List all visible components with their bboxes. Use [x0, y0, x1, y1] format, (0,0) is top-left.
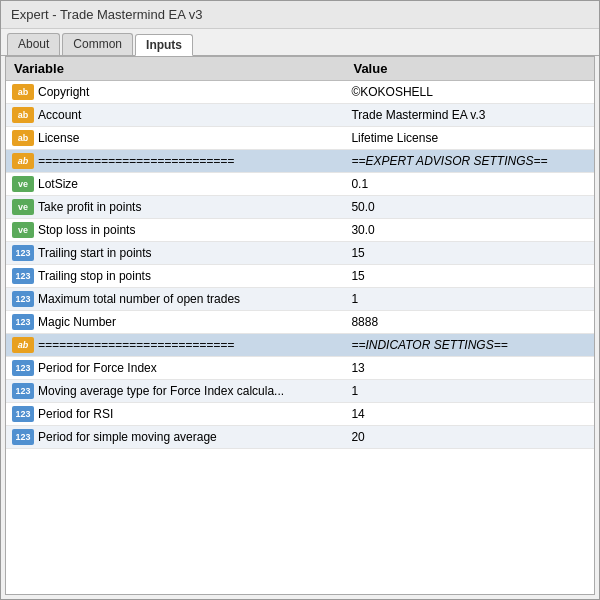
type-badge: ab	[12, 337, 34, 353]
column-header-variable: Variable	[6, 57, 345, 81]
type-badge: 123	[12, 383, 34, 399]
variable-name: Take profit in points	[38, 200, 141, 214]
variable-name: Trailing stop in points	[38, 269, 151, 283]
type-badge: 123	[12, 429, 34, 445]
table-row: 123Period for RSI14	[6, 403, 594, 426]
type-badge: 123	[12, 291, 34, 307]
table-row: abLicenseLifetime License	[6, 127, 594, 150]
variable-cell: abCopyright	[6, 81, 345, 104]
table-row: 123Magic Number8888	[6, 311, 594, 334]
variable-cell: 123Period for Force Index	[6, 357, 345, 380]
table-row: veStop loss in points30.0	[6, 219, 594, 242]
value-cell[interactable]: Lifetime License	[345, 127, 594, 150]
type-badge: 123	[12, 406, 34, 422]
variable-cell: ab============================	[6, 334, 345, 357]
value-cell[interactable]: Trade Mastermind EA v.3	[345, 104, 594, 127]
content-area: Variable Value abCopyright©KOKOSHELLabAc…	[5, 56, 595, 595]
variable-name: License	[38, 131, 79, 145]
variable-cell: 123Trailing stop in points	[6, 265, 345, 288]
table-row: veTake profit in points50.0	[6, 196, 594, 219]
type-badge: ab	[12, 130, 34, 146]
value-cell[interactable]: 8888	[345, 311, 594, 334]
inputs-table: Variable Value abCopyright©KOKOSHELLabAc…	[6, 57, 594, 449]
table-row: ab==============================EXPERT A…	[6, 150, 594, 173]
table-row: 123Maximum total number of open trades1	[6, 288, 594, 311]
variable-cell: veStop loss in points	[6, 219, 345, 242]
variable-name: Trailing start in points	[38, 246, 152, 260]
type-badge: ab	[12, 153, 34, 169]
value-cell[interactable]: ==INDICATOR SETTINGS==	[345, 334, 594, 357]
type-badge: ve	[12, 176, 34, 192]
value-cell[interactable]: ©KOKOSHELL	[345, 81, 594, 104]
variable-cell: 123Moving average type for Force Index c…	[6, 380, 345, 403]
variable-cell: abLicense	[6, 127, 345, 150]
table-row: ab==============================INDICATO…	[6, 334, 594, 357]
table-row: abCopyright©KOKOSHELL	[6, 81, 594, 104]
type-badge: 123	[12, 314, 34, 330]
variable-name: Period for simple moving average	[38, 430, 217, 444]
tab-bar: AboutCommonInputs	[1, 29, 599, 56]
table-row: 123Trailing start in points15	[6, 242, 594, 265]
variable-name: Period for Force Index	[38, 361, 157, 375]
variable-name: ============================	[38, 338, 234, 352]
window-title: Expert - Trade Mastermind EA v3	[11, 7, 202, 22]
table-row: abAccountTrade Mastermind EA v.3	[6, 104, 594, 127]
variable-name: Magic Number	[38, 315, 116, 329]
type-badge: ab	[12, 84, 34, 100]
variable-name: LotSize	[38, 177, 78, 191]
table-row: 123Period for simple moving average20	[6, 426, 594, 449]
value-cell[interactable]: 50.0	[345, 196, 594, 219]
variable-cell: 123Period for simple moving average	[6, 426, 345, 449]
variable-cell: 123Trailing start in points	[6, 242, 345, 265]
variable-cell: 123Magic Number	[6, 311, 345, 334]
variable-cell: ab============================	[6, 150, 345, 173]
value-cell[interactable]: 14	[345, 403, 594, 426]
main-window: Expert - Trade Mastermind EA v3 AboutCom…	[0, 0, 600, 600]
value-cell[interactable]: 15	[345, 242, 594, 265]
value-cell[interactable]: 20	[345, 426, 594, 449]
variable-name: Copyright	[38, 85, 89, 99]
value-cell[interactable]: 30.0	[345, 219, 594, 242]
type-badge: 123	[12, 245, 34, 261]
variable-name: ============================	[38, 154, 234, 168]
value-cell[interactable]: ==EXPERT ADVISOR SETTINGS==	[345, 150, 594, 173]
type-badge: ve	[12, 199, 34, 215]
tab-common[interactable]: Common	[62, 33, 133, 55]
value-cell[interactable]: 1	[345, 288, 594, 311]
variable-name: Account	[38, 108, 81, 122]
variable-cell: veTake profit in points	[6, 196, 345, 219]
tab-inputs[interactable]: Inputs	[135, 34, 193, 56]
variable-name: Maximum total number of open trades	[38, 292, 240, 306]
title-bar: Expert - Trade Mastermind EA v3	[1, 1, 599, 29]
variable-name: Moving average type for Force Index calc…	[38, 384, 284, 398]
variable-cell: 123Maximum total number of open trades	[6, 288, 345, 311]
variable-cell: veLotSize	[6, 173, 345, 196]
table-row: 123Trailing stop in points15	[6, 265, 594, 288]
variable-name: Stop loss in points	[38, 223, 135, 237]
table-row: veLotSize0.1	[6, 173, 594, 196]
type-badge: 123	[12, 360, 34, 376]
type-badge: ab	[12, 107, 34, 123]
type-badge: ve	[12, 222, 34, 238]
value-cell[interactable]: 0.1	[345, 173, 594, 196]
tab-about[interactable]: About	[7, 33, 60, 55]
value-cell[interactable]: 13	[345, 357, 594, 380]
variable-name: Period for RSI	[38, 407, 113, 421]
type-badge: 123	[12, 268, 34, 284]
value-cell[interactable]: 1	[345, 380, 594, 403]
column-header-value: Value	[345, 57, 594, 81]
variable-cell: 123Period for RSI	[6, 403, 345, 426]
table-row: 123Period for Force Index13	[6, 357, 594, 380]
table-row: 123Moving average type for Force Index c…	[6, 380, 594, 403]
value-cell[interactable]: 15	[345, 265, 594, 288]
variable-cell: abAccount	[6, 104, 345, 127]
